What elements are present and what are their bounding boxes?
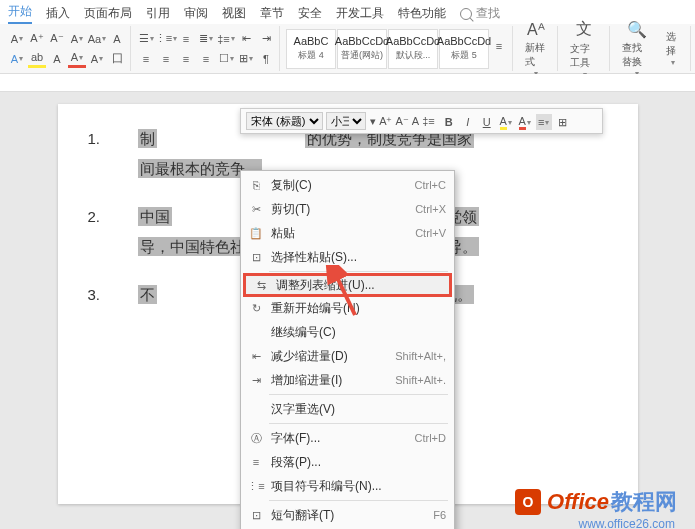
- menu-continue-number[interactable]: 继续编号(C): [241, 320, 454, 344]
- mini-border-button[interactable]: ⊞: [555, 114, 571, 130]
- logo-icon: O: [515, 489, 541, 515]
- dec-indent-button[interactable]: ⇤: [237, 30, 255, 48]
- style-heading5[interactable]: AaBbCcDd标题 5: [439, 29, 489, 69]
- numbering-button[interactable]: ⋮≡▾: [157, 30, 175, 48]
- menu-font[interactable]: Ⓐ字体(F)...Ctrl+D: [241, 426, 454, 450]
- tab-layout[interactable]: 页面布局: [84, 5, 132, 22]
- align-r-button[interactable]: ≡: [177, 50, 195, 68]
- mini-italic-button[interactable]: I: [460, 114, 476, 130]
- menu-restart-number[interactable]: ↻重新开始编号(N): [241, 296, 454, 320]
- menu-adjust-list-indent[interactable]: ⇆调整列表缩进(U)...: [243, 273, 452, 297]
- mini-highlight-button[interactable]: A▾: [498, 114, 514, 130]
- find-replace-button[interactable]: 🔍查找替换▾: [616, 18, 656, 80]
- tabs-button[interactable]: ⊞▾: [237, 50, 255, 68]
- highlight-button[interactable]: ab: [28, 50, 46, 68]
- text-tools-button[interactable]: 文文字工具▾: [564, 17, 606, 81]
- text-effect-button[interactable]: A▾: [8, 50, 26, 68]
- mini-underline-button[interactable]: U: [479, 114, 495, 130]
- list-number: 2.: [88, 202, 138, 262]
- mini-bold-button[interactable]: B: [441, 114, 457, 130]
- menu-paste-special[interactable]: ⊡选择性粘贴(S)...: [241, 245, 454, 269]
- align-dist-button[interactable]: ≣▾: [197, 30, 215, 48]
- font-shrink2-button[interactable]: A⁻: [48, 30, 66, 48]
- bullets-button[interactable]: ☰▾: [137, 30, 155, 48]
- menu-inc-indent[interactable]: ⇥增加缩进量(I)Shift+Alt+.: [241, 368, 454, 392]
- menu-reselect[interactable]: 汉字重选(V): [241, 397, 454, 421]
- text-tools-icon: 文: [576, 19, 592, 40]
- mini-fontcolor-button[interactable]: A▾: [517, 114, 533, 130]
- align-left-button[interactable]: ≡: [177, 30, 195, 48]
- tab-features[interactable]: 特色功能: [398, 5, 446, 22]
- mini-dd[interactable]: ▾: [369, 113, 376, 129]
- shading-button[interactable]: ☐▾: [217, 50, 235, 68]
- font-grow-button[interactable]: A▾: [8, 30, 26, 48]
- tab-insert[interactable]: 插入: [46, 5, 70, 22]
- selected-text[interactable]: 导，中国特色社: [138, 237, 247, 256]
- mini-size-select[interactable]: 小三: [326, 112, 366, 130]
- mini-linespace-button[interactable]: ‡≡: [422, 113, 435, 129]
- context-menu: ⎘复制(C)Ctrl+C ✂剪切(T)Ctrl+X 📋粘贴Ctrl+V ⊡选择性…: [240, 170, 455, 529]
- search-placeholder: 查找: [476, 5, 500, 22]
- menu-cut[interactable]: ✂剪切(T)Ctrl+X: [241, 197, 454, 221]
- show-marks-button[interactable]: ¶: [257, 50, 275, 68]
- tab-references[interactable]: 引用: [146, 5, 170, 22]
- line-spacing-button[interactable]: ‡≡▾: [217, 30, 235, 48]
- menu-translate[interactable]: ⊡短句翻译(T)F6: [241, 503, 454, 527]
- mini-clear-button[interactable]: A: [412, 113, 419, 129]
- tab-review[interactable]: 审阅: [184, 5, 208, 22]
- style-default-para[interactable]: AaBbCcDd默认段...: [388, 29, 438, 69]
- char-border-button[interactable]: 囗: [108, 50, 126, 68]
- new-style-button[interactable]: Aᴬ新样式▾: [519, 18, 553, 80]
- search-box[interactable]: 查找: [460, 5, 500, 22]
- tab-view[interactable]: 视图: [222, 5, 246, 22]
- menu-bullets-numbering[interactable]: ⋮≡项目符号和编号(N)...: [241, 474, 454, 498]
- style-heading4[interactable]: AaBbC标题 4: [286, 29, 336, 69]
- menu-dec-indent[interactable]: ⇤减少缩进量(D)Shift+Alt+,: [241, 344, 454, 368]
- tab-security[interactable]: 安全: [298, 5, 322, 22]
- font-color-button[interactable]: A▾: [68, 50, 86, 68]
- font-border-button[interactable]: A: [48, 50, 66, 68]
- menu-paste[interactable]: 📋粘贴Ctrl+V: [241, 221, 454, 245]
- toolbar: A▾ A⁺ A⁻ A▾ Aa▾ A A▾ ab A A▾ A▾ 囗 ☰▾ ⋮≡▾…: [0, 24, 695, 74]
- selected-text[interactable]: 制: [138, 129, 157, 148]
- style-more-button[interactable]: ≡: [490, 26, 508, 66]
- font-shrink-button[interactable]: A⁺: [28, 30, 46, 48]
- translate-icon: ⊡: [247, 507, 265, 523]
- mini-grow-button[interactable]: A⁺: [379, 113, 392, 129]
- inc-indent-button[interactable]: ⇥: [257, 30, 275, 48]
- selected-text[interactable]: 中国: [138, 207, 172, 226]
- restart-number-icon: ↻: [247, 300, 265, 316]
- watermark-url: www.office26.com: [579, 517, 676, 529]
- find-icon: 🔍: [627, 20, 647, 39]
- ruler[interactable]: [0, 74, 695, 92]
- align-l-button[interactable]: ≡: [137, 50, 155, 68]
- font-icon: Ⓐ: [247, 430, 265, 446]
- menu-separator: [269, 423, 448, 424]
- align-c-button[interactable]: ≡: [157, 50, 175, 68]
- paste-icon: 📋: [247, 225, 265, 241]
- tab-sections[interactable]: 章节: [260, 5, 284, 22]
- tab-devtools[interactable]: 开发工具: [336, 5, 384, 22]
- select-button[interactable]: 选择▾: [660, 28, 686, 69]
- paste-special-icon: ⊡: [247, 249, 265, 265]
- watermark-brand: Office: [547, 489, 609, 515]
- selected-text[interactable]: 不: [138, 285, 157, 304]
- menu-copy[interactable]: ⎘复制(C)Ctrl+C: [241, 173, 454, 197]
- change-case-button[interactable]: Aa▾: [88, 30, 106, 48]
- search-icon: [460, 8, 472, 20]
- mini-align-button[interactable]: ≡▾: [536, 114, 552, 130]
- font-bg-button[interactable]: A▾: [88, 50, 106, 68]
- menu-paragraph[interactable]: ≡段落(P)...: [241, 450, 454, 474]
- list-number: 1.: [88, 124, 138, 184]
- watermark-cn: 教程网: [611, 487, 677, 517]
- bullets-icon: ⋮≡: [247, 478, 265, 494]
- align-j-button[interactable]: ≡: [197, 50, 215, 68]
- mini-shrink-button[interactable]: A⁻: [395, 113, 408, 129]
- style-normal-web[interactable]: AaBbCcDd普通(网站): [337, 29, 387, 69]
- menu-separator: [269, 271, 448, 272]
- tab-start[interactable]: 开始: [8, 3, 32, 24]
- asian-layout-button[interactable]: A: [108, 30, 126, 48]
- mini-font-select[interactable]: 宋体 (标题): [246, 112, 323, 130]
- clear-format-button[interactable]: A▾: [68, 30, 86, 48]
- menu-separator: [269, 394, 448, 395]
